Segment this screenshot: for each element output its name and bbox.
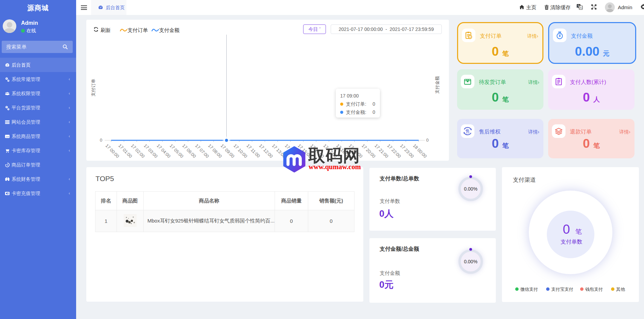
svg-text:售: 售 [465,129,470,134]
svg-text:¥: ¥ [559,34,561,38]
svg-text:¥: ¥ [469,36,471,38]
svg-text:A: A [580,6,582,10]
svg-text:JCB: JCB [6,136,8,138]
